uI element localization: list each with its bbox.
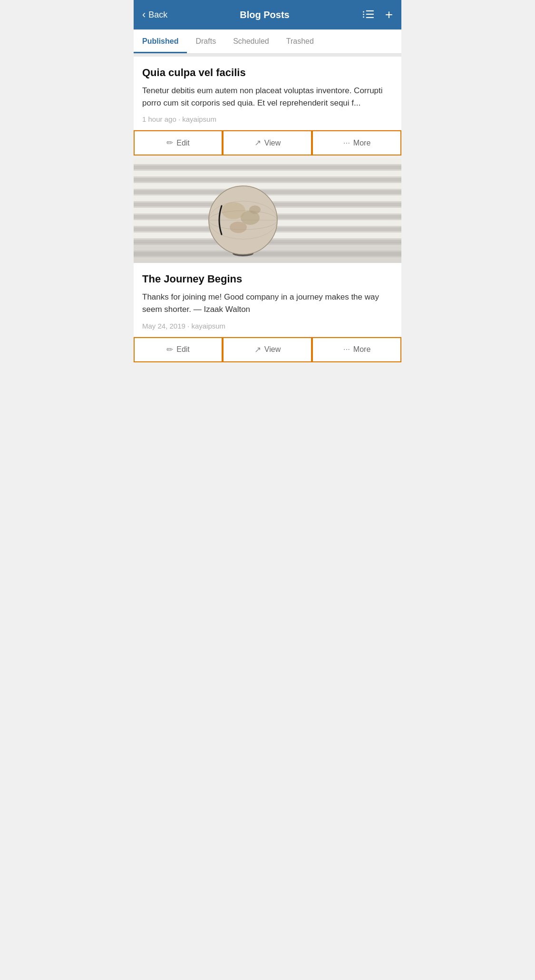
view-button-2[interactable]: ↗ View xyxy=(223,337,312,362)
edit-button-2[interactable]: ✏ Edit xyxy=(134,337,223,362)
more-label-1: More xyxy=(353,139,370,147)
view-label-1: View xyxy=(264,139,281,147)
edit-label-1: Edit xyxy=(176,139,190,147)
view-label-2: View xyxy=(264,345,281,354)
more-icon-2: ··· xyxy=(343,345,350,354)
more-button-2[interactable]: ··· More xyxy=(312,337,401,362)
back-label: Back xyxy=(148,10,167,20)
post-meta-2: May 24, 2019 · kayaipsum xyxy=(142,322,393,330)
svg-rect-19 xyxy=(134,242,401,263)
external-link-icon-1: ↗ xyxy=(254,138,261,148)
post-card-2: The Journey Begins Thanks for joining me… xyxy=(134,158,401,362)
tab-bar: Published Drafts Scheduled Trashed xyxy=(134,29,401,54)
edit-icon-2: ✏ xyxy=(166,345,173,355)
edit-button-1[interactable]: ✏ Edit xyxy=(134,130,223,155)
post-excerpt-1: Tenetur debitis eum autem non placeat vo… xyxy=(142,85,393,110)
app-header: ‹ Back Blog Posts ⁝☰ + xyxy=(134,0,401,29)
list-icon[interactable]: ⁝☰ xyxy=(362,9,375,21)
back-button[interactable]: ‹ Back xyxy=(142,9,167,21)
post-meta-1: 1 hour ago · kayaipsum xyxy=(142,115,393,123)
post-title-2: The Journey Begins xyxy=(142,272,393,286)
post-content-2: The Journey Begins Thanks for joining me… xyxy=(134,263,401,330)
svg-rect-2 xyxy=(134,158,401,164)
post-image-2 xyxy=(134,158,401,263)
svg-point-26 xyxy=(249,205,261,214)
more-label-2: More xyxy=(353,345,370,354)
more-icon-1: ··· xyxy=(343,138,350,148)
tab-published[interactable]: Published xyxy=(134,29,187,53)
tab-trashed[interactable]: Trashed xyxy=(278,29,322,53)
post-content-1: Quia culpa vel facilis Tenetur debitis e… xyxy=(134,57,401,123)
svg-rect-5 xyxy=(134,178,401,182)
edit-label-2: Edit xyxy=(176,345,190,354)
edit-icon-1: ✏ xyxy=(166,138,173,148)
svg-rect-6 xyxy=(134,183,401,189)
post-actions-1: ✏ Edit ↗ View ··· More xyxy=(134,130,401,155)
chevron-left-icon: ‹ xyxy=(142,9,146,21)
svg-rect-7 xyxy=(134,190,401,194)
tab-drafts[interactable]: Drafts xyxy=(187,29,224,53)
header-actions: ⁝☰ + xyxy=(362,7,393,22)
post-card-1: Quia culpa vel facilis Tenetur debitis e… xyxy=(134,57,401,155)
more-button-1[interactable]: ··· More xyxy=(312,130,401,155)
external-link-icon-2: ↗ xyxy=(254,345,261,355)
post-actions-2: ✏ Edit ↗ View ··· More xyxy=(134,337,401,362)
svg-point-25 xyxy=(230,222,247,233)
svg-rect-4 xyxy=(134,171,401,176)
page-title: Blog Posts xyxy=(240,10,289,20)
svg-rect-3 xyxy=(134,165,401,169)
add-icon[interactable]: + xyxy=(385,7,393,22)
view-button-1[interactable]: ↗ View xyxy=(223,130,312,155)
post-excerpt-2: Thanks for joining me! Good company in a… xyxy=(142,291,393,316)
post-title-1: Quia culpa vel facilis xyxy=(142,66,393,80)
tab-scheduled[interactable]: Scheduled xyxy=(224,29,278,53)
